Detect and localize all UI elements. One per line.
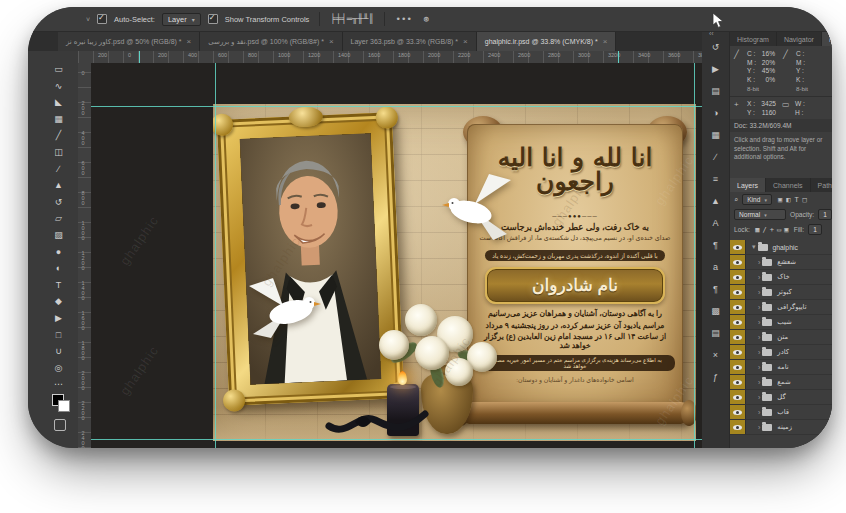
auto-select-checkbox[interactable]: [97, 14, 107, 24]
distribute-vertical-icon[interactable]: ║: [368, 14, 373, 24]
tab-close-icon[interactable]: ×: [463, 37, 468, 46]
guide-vertical-left[interactable]: [215, 63, 216, 448]
layer-row[interactable]: ▾ghalphic: [730, 240, 832, 255]
paragraph-panel-icon[interactable]: ¶: [702, 238, 729, 254]
color-panel-icon[interactable]: ◑: [702, 106, 729, 122]
layer-visibility-cell[interactable]: [730, 390, 746, 404]
healing-brush-tool[interactable]: ◫: [50, 146, 67, 160]
expand-chevron-icon[interactable]: ›: [758, 289, 760, 296]
paragraph-styles-panel-icon[interactable]: ¶: [702, 282, 729, 298]
brush-tool[interactable]: ∕: [50, 163, 67, 177]
eye-icon[interactable]: [733, 245, 742, 250]
measure-panel-icon[interactable]: ×: [702, 348, 729, 364]
tab-histogram[interactable]: Histogram: [730, 32, 777, 46]
more-options-icon[interactable]: •••: [395, 14, 413, 24]
lock-pixels-icon[interactable]: ∕: [762, 226, 766, 234]
layer-visibility-cell[interactable]: [730, 285, 746, 299]
eye-icon[interactable]: [733, 275, 742, 280]
expand-chevron-icon[interactable]: ›: [758, 364, 760, 371]
filter-pixel-layers-icon[interactable]: ▣: [778, 196, 782, 204]
expand-chevron-icon[interactable]: ›: [758, 409, 760, 416]
layer-visibility-cell[interactable]: [730, 345, 746, 359]
filter-shape-layers-icon[interactable]: □: [803, 196, 807, 204]
layer-visibility-cell[interactable]: [730, 315, 746, 329]
layer-visibility-cell[interactable]: [730, 255, 746, 269]
type-tool[interactable]: T: [50, 279, 67, 293]
color-swatches[interactable]: [52, 394, 70, 410]
lasso-tool[interactable]: ∿: [50, 80, 67, 94]
document-tab[interactable]: ghalphic.ir.psd @ 33.8% (CMYK/8) *×: [477, 32, 617, 51]
background-color-swatch[interactable]: [58, 400, 70, 412]
eraser-tool[interactable]: ▱: [50, 212, 67, 226]
layer-visibility-cell[interactable]: [730, 420, 746, 434]
layer-visibility-cell[interactable]: [730, 270, 746, 284]
collapse-panels-button[interactable]: ‹‹: [709, 30, 714, 37]
show-transform-checkbox[interactable]: [208, 14, 218, 24]
history-panel-icon[interactable]: ↺: [702, 40, 729, 56]
glyphs-panel-icon[interactable]: ▩: [702, 304, 729, 320]
swatches-panel-icon[interactable]: ▦: [702, 128, 729, 144]
auto-select-target-dropdown[interactable]: Layer ▾: [162, 13, 201, 26]
libraries-panel-icon[interactable]: ▤: [702, 84, 729, 100]
layer-row[interactable]: ›زمینه: [730, 420, 832, 435]
layer-row[interactable]: ›تایپوگرافی: [730, 300, 832, 315]
gradient-tool[interactable]: ▨: [50, 229, 67, 243]
layer-row[interactable]: ›شمع: [730, 375, 832, 390]
collapse-chevron-icon[interactable]: ▾: [752, 243, 756, 251]
clone-stamp-tool[interactable]: ▲: [50, 179, 67, 193]
dodge-tool[interactable]: ◐: [50, 262, 67, 276]
layer-row[interactable]: ›کادر: [730, 345, 832, 360]
clone-source-panel-icon[interactable]: ▲: [702, 194, 729, 210]
layer-row[interactable]: ›شعشع: [730, 255, 832, 270]
tab-close-icon[interactable]: ×: [329, 37, 334, 46]
lock-artboard-icon[interactable]: ▭: [777, 226, 781, 234]
layer-visibility-cell[interactable]: [730, 240, 746, 254]
layer-visibility-cell[interactable]: [730, 300, 746, 314]
screen-mode-button[interactable]: [54, 419, 66, 431]
layer-row[interactable]: ›متن: [730, 330, 832, 345]
tab-info[interactable]: Info: [822, 32, 832, 46]
document-tab[interactable]: کاور زیبا نیره نز.psd @ 50% (RGB/8) *×: [58, 32, 200, 51]
document-tab[interactable]: نقد و بررسی.psd @ 100% (RGB/8#) *×: [200, 32, 342, 51]
eye-icon[interactable]: [733, 290, 742, 295]
character-panel-icon[interactable]: A: [702, 216, 729, 232]
edit-toolbar-button[interactable]: ⋯: [50, 378, 67, 392]
lock-all-icon[interactable]: ▣: [784, 226, 788, 234]
eye-icon[interactable]: [733, 365, 742, 370]
path-selection-tool[interactable]: ▶: [50, 312, 67, 326]
character-styles-panel-icon[interactable]: a: [702, 260, 729, 276]
object-selection-tool[interactable]: ◣: [50, 96, 67, 110]
blend-mode-dropdown[interactable]: Normal ▾: [734, 209, 786, 220]
styles-panel-icon[interactable]: ƒ: [702, 370, 729, 386]
document-tab[interactable]: Layer 363.psb @ 33.3% (RGB/8) *×: [343, 32, 477, 51]
canvas-pasteboard[interactable]: انا لله و انا الیه راجعون ───●●●─── به خ…: [91, 63, 702, 448]
fill-field[interactable]: 1: [808, 224, 822, 235]
filter-adjustment-layers-icon[interactable]: ◧: [786, 196, 790, 204]
rectangular-marquee-tool[interactable]: ▭: [50, 63, 67, 77]
eye-icon[interactable]: [733, 425, 742, 430]
pen-tool[interactable]: ◆: [50, 295, 67, 309]
eye-icon[interactable]: [733, 380, 742, 385]
layer-row[interactable]: ›قاب: [730, 405, 832, 420]
expand-chevron-icon[interactable]: ›: [758, 259, 760, 266]
expand-chevron-icon[interactable]: ›: [758, 394, 760, 401]
expand-chevron-icon[interactable]: ›: [758, 274, 760, 281]
expand-chevron-icon[interactable]: ›: [758, 424, 760, 431]
rectangle-shape-tool[interactable]: □: [50, 329, 67, 343]
eye-icon[interactable]: [733, 320, 742, 325]
tab-paths[interactable]: Paths: [811, 178, 832, 192]
expand-chevron-icon[interactable]: ›: [758, 349, 760, 356]
eye-icon[interactable]: [733, 410, 742, 415]
blur-tool[interactable]: ●: [50, 246, 67, 260]
layer-row[interactable]: ›خاک: [730, 270, 832, 285]
eye-icon[interactable]: [733, 350, 742, 355]
guide-horizontal-bottom[interactable]: [91, 439, 702, 440]
expand-chevron-icon[interactable]: ›: [758, 334, 760, 341]
crop-tool[interactable]: ▦: [50, 113, 67, 127]
zoom-tool[interactable]: ◎: [50, 362, 67, 376]
tab-close-icon[interactable]: ×: [187, 37, 192, 46]
tab-channels[interactable]: Channels: [766, 178, 811, 192]
gear-icon[interactable]: ⊛: [420, 14, 433, 24]
tab-layers[interactable]: Layers: [730, 178, 766, 192]
eye-icon[interactable]: [733, 395, 742, 400]
